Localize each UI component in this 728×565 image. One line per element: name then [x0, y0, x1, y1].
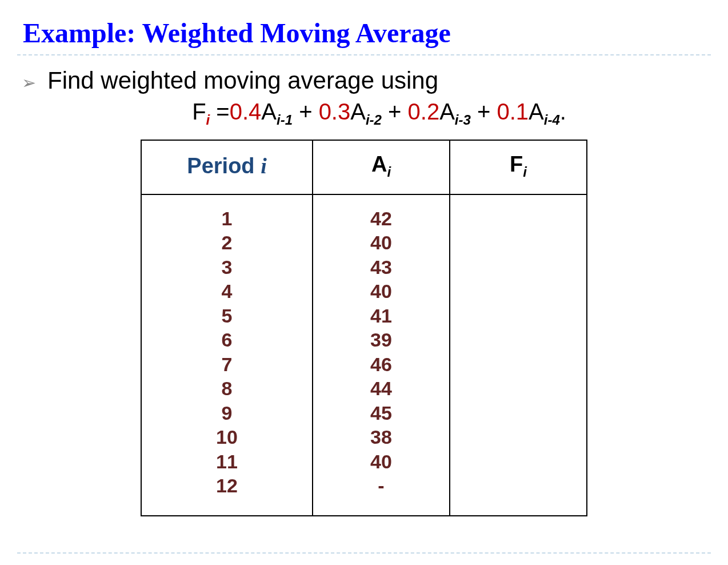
- bullet-text: Find weighted moving average using: [47, 67, 711, 94]
- header-period-text: Period: [187, 154, 261, 178]
- table-row: 240: [141, 230, 587, 255]
- cell-period: 3: [141, 255, 313, 280]
- table-row: 1140: [141, 449, 587, 474]
- cell-a: -: [313, 474, 450, 516]
- cell-period: 10: [141, 425, 313, 449]
- table-row: 844: [141, 376, 587, 401]
- cell-a: 43: [313, 255, 450, 280]
- cell-period: 6: [141, 328, 313, 352]
- divider-top: [17, 54, 711, 55]
- data-table: Period i Ai Fi 142 240 343 440 541 639 7…: [141, 140, 587, 516]
- cell-f: [450, 255, 587, 280]
- table-row: 12-: [141, 474, 587, 516]
- chevron-icon: ➢: [22, 69, 36, 97]
- formula: Fi =0.4Ai-1 + 0.3Ai-2 + 0.2Ai-3 + 0.1Ai-…: [47, 99, 711, 128]
- slide-title: Example: Weighted Moving Average: [17, 17, 711, 49]
- cell-f: [450, 279, 587, 304]
- formula-coef-2: 0.2: [408, 99, 440, 124]
- cell-period: 11: [141, 449, 313, 474]
- table-row: 639: [141, 328, 587, 352]
- cell-period: 9: [141, 401, 313, 425]
- cell-a: 42: [313, 194, 450, 231]
- cell-f: [450, 230, 587, 255]
- formula-lhs-var: F: [192, 99, 206, 124]
- table-row: 945: [141, 401, 587, 425]
- cell-f: [450, 352, 587, 377]
- formula-var-3: A: [529, 99, 544, 124]
- formula-coef-0: 0.4: [230, 99, 262, 124]
- cell-f: [450, 376, 587, 401]
- header-period: Period i: [141, 140, 313, 194]
- cell-f: [450, 401, 587, 425]
- table-row: 142: [141, 194, 587, 231]
- cell-a: 44: [313, 376, 450, 401]
- formula-var-0: A: [261, 99, 277, 124]
- formula-end: .: [560, 99, 566, 124]
- formula-var-2: A: [439, 99, 455, 124]
- cell-period: 2: [141, 230, 313, 255]
- formula-sub-0: i-1: [277, 112, 293, 128]
- table-row: 343: [141, 255, 587, 280]
- cell-period: 8: [141, 376, 313, 401]
- formula-sub-3: i-4: [544, 112, 560, 128]
- cell-a: 40: [313, 279, 450, 304]
- header-ai: Ai: [313, 140, 450, 194]
- bullet-item: ➢ Find weighted moving average using Fi …: [17, 67, 711, 128]
- formula-lhs-sub: i: [206, 112, 210, 128]
- header-fi: Fi: [450, 140, 587, 194]
- cell-f: [450, 474, 587, 516]
- table-body: 142 240 343 440 541 639 746 844 945 1038…: [141, 194, 587, 516]
- header-ai-var: A: [371, 152, 387, 176]
- table-row: 746: [141, 352, 587, 377]
- header-ai-sub: i: [387, 164, 391, 180]
- cell-a: 40: [313, 449, 450, 474]
- header-fi-var: F: [510, 152, 523, 176]
- cell-a: 45: [313, 401, 450, 425]
- formula-eq: =: [216, 99, 229, 124]
- cell-a: 41: [313, 304, 450, 328]
- formula-var-1: A: [350, 99, 366, 124]
- cell-a: 40: [313, 230, 450, 255]
- cell-a: 46: [313, 352, 450, 377]
- formula-sub-1: i-2: [366, 112, 382, 128]
- cell-period: 1: [141, 194, 313, 231]
- table-row: 440: [141, 279, 587, 304]
- cell-f: [450, 328, 587, 352]
- cell-period: 4: [141, 279, 313, 304]
- header-fi-sub: i: [523, 164, 527, 180]
- formula-coef-1: 0.3: [319, 99, 351, 124]
- cell-f: [450, 194, 587, 231]
- cell-period: 5: [141, 304, 313, 328]
- cell-period: 7: [141, 352, 313, 377]
- formula-plus-2: +: [471, 99, 497, 124]
- cell-f: [450, 304, 587, 328]
- cell-a: 39: [313, 328, 450, 352]
- formula-plus-1: +: [382, 99, 408, 124]
- formula-plus-0: +: [293, 99, 319, 124]
- cell-period: 12: [141, 474, 313, 516]
- table-row: 541: [141, 304, 587, 328]
- formula-coef-3: 0.1: [497, 99, 529, 124]
- formula-sub-2: i-3: [455, 112, 471, 128]
- cell-f: [450, 425, 587, 449]
- cell-f: [450, 449, 587, 474]
- divider-bottom: [17, 552, 711, 554]
- table-row: 1038: [141, 425, 587, 449]
- cell-a: 38: [313, 425, 450, 449]
- header-period-i: i: [261, 153, 267, 178]
